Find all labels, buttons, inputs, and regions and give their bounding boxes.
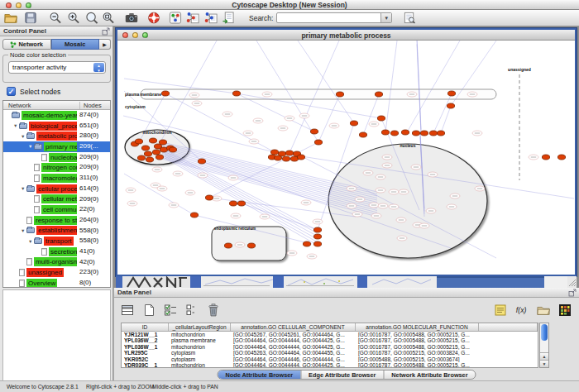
attribute-list-icon[interactable] bbox=[182, 302, 199, 318]
network-node[interactable] bbox=[189, 93, 199, 98]
network-node[interactable] bbox=[185, 190, 195, 195]
selected-network-node[interactable] bbox=[313, 234, 321, 239]
selected-network-node[interactable] bbox=[377, 116, 385, 121]
selected-network-node[interactable] bbox=[146, 157, 153, 162]
expand-arrow-icon[interactable]: ▼ bbox=[21, 228, 26, 233]
selected-network-node[interactable] bbox=[390, 131, 398, 136]
tab-mosaic[interactable]: Mosaic bbox=[51, 39, 100, 50]
network-view-frame[interactable]: primary metabolic process plasma membran… bbox=[116, 28, 577, 276]
selected-network-node[interactable] bbox=[375, 92, 382, 97]
import-attributes-icon[interactable] bbox=[535, 302, 552, 318]
search-input[interactable]: ▼ bbox=[276, 12, 392, 23]
notes-icon[interactable] bbox=[492, 302, 509, 318]
network-node[interactable] bbox=[313, 219, 323, 224]
selected-network-node[interactable] bbox=[135, 139, 142, 144]
tree-row[interactable]: cellular metabol209(0) bbox=[3, 194, 110, 205]
tab-overflow-button[interactable]: ▶ bbox=[99, 39, 111, 50]
selected-network-node[interactable] bbox=[224, 243, 232, 248]
float-data-panel-icon[interactable] bbox=[568, 289, 577, 297]
tree-row[interactable]: multi-organism pro42(0) bbox=[3, 257, 110, 268]
attribute-table-icon[interactable] bbox=[119, 302, 136, 318]
tab-network[interactable]: Network bbox=[2, 39, 51, 50]
selected-network-node[interactable] bbox=[314, 140, 322, 145]
network-node[interactable] bbox=[231, 213, 241, 218]
table-row[interactable]: YJR121W__1mitochondrion[GO:0045267, GO:0… bbox=[122, 332, 538, 337]
network-node[interactable] bbox=[475, 186, 485, 191]
network-node[interactable] bbox=[301, 200, 311, 205]
zoom-selected-icon[interactable] bbox=[84, 11, 99, 25]
network-node[interactable] bbox=[399, 189, 409, 194]
network-node[interactable] bbox=[376, 174, 385, 179]
selected-network-node[interactable] bbox=[169, 147, 176, 152]
tree-row[interactable]: nitrogen compo209(0) bbox=[3, 162, 110, 173]
network-node[interactable] bbox=[329, 123, 339, 128]
network-node[interactable] bbox=[447, 204, 457, 209]
combobox-stepper-icon[interactable]: ▲▼ bbox=[93, 63, 104, 72]
new-attribute-icon[interactable] bbox=[141, 302, 157, 318]
matrix-view-icon[interactable] bbox=[557, 302, 573, 318]
selected-network-node[interactable] bbox=[313, 227, 321, 232]
network-node[interactable] bbox=[472, 131, 482, 136]
network-node[interactable] bbox=[397, 236, 407, 241]
network-node[interactable] bbox=[347, 186, 356, 191]
network-node[interactable] bbox=[363, 170, 373, 175]
import-network-icon[interactable] bbox=[221, 11, 236, 25]
network-node[interactable] bbox=[369, 122, 379, 127]
zoom-fit-icon[interactable] bbox=[101, 11, 116, 25]
network-node[interactable] bbox=[355, 197, 365, 202]
selected-network-node[interactable] bbox=[205, 195, 213, 200]
selected-network-node[interactable] bbox=[401, 130, 409, 135]
tree-row[interactable]: Overview8(0) bbox=[3, 278, 110, 288]
network-node[interactable] bbox=[127, 201, 137, 206]
network-node[interactable] bbox=[278, 126, 288, 131]
table-row[interactable]: YPL036W__2plasma membrane[GO:0044464, GO… bbox=[122, 337, 538, 343]
selected-network-node[interactable] bbox=[198, 159, 205, 164]
network-node[interactable] bbox=[253, 118, 263, 123]
tree-row[interactable]: ▼primary metabo209(... bbox=[3, 141, 110, 152]
selected-network-node[interactable] bbox=[282, 156, 290, 161]
network-frame-titlebar[interactable]: primary metabolic process bbox=[117, 30, 575, 41]
selected-network-node[interactable] bbox=[232, 91, 240, 96]
network-node[interactable] bbox=[426, 208, 436, 213]
save-icon[interactable] bbox=[23, 11, 38, 25]
selected-network-node[interactable] bbox=[313, 241, 321, 246]
selected-network-node[interactable] bbox=[247, 243, 255, 248]
tree-row[interactable]: ▼establishment of lo558(0) bbox=[3, 226, 110, 237]
network-node[interactable] bbox=[428, 172, 438, 177]
network-node[interactable] bbox=[126, 188, 136, 193]
selected-network-node[interactable] bbox=[156, 155, 163, 160]
selected-network-node[interactable] bbox=[297, 155, 304, 160]
network-doc-red-icon[interactable] bbox=[203, 11, 218, 25]
scroll-up-icon[interactable]: ▲ bbox=[540, 352, 548, 360]
selected-network-node[interactable] bbox=[303, 241, 310, 246]
tree-row[interactable]: ▼metabolic process280(0) bbox=[3, 131, 110, 141]
tree-row[interactable]: ▼transport558(0) bbox=[3, 236, 110, 246]
table-row[interactable]: YDR039C__1mitochondrion[GO:0044464, GO:0… bbox=[122, 362, 538, 368]
expand-arrow-icon[interactable]: ▼ bbox=[13, 123, 19, 128]
network-node[interactable] bbox=[198, 173, 208, 178]
delete-attribute-icon[interactable] bbox=[205, 302, 222, 318]
tree-row[interactable]: macromolecule311(0) bbox=[3, 173, 110, 184]
selected-network-node[interactable] bbox=[141, 146, 149, 151]
table-column-header[interactable] bbox=[479, 323, 538, 331]
select-nodes-checkbox[interactable]: ✓ bbox=[7, 87, 16, 96]
tab-node-attribute-browser[interactable]: Node Attribute Browser bbox=[218, 370, 301, 379]
search-options-icon[interactable] bbox=[402, 11, 417, 25]
selected-network-node[interactable] bbox=[190, 213, 198, 218]
selected-network-node[interactable] bbox=[149, 138, 156, 143]
selected-network-node[interactable] bbox=[350, 121, 357, 126]
selected-network-node[interactable] bbox=[152, 150, 160, 155]
tree-row[interactable]: unassigned223(0) bbox=[3, 267, 110, 278]
network-node[interactable] bbox=[157, 186, 167, 191]
network-node[interactable] bbox=[450, 194, 460, 198]
selected-network-node[interactable] bbox=[359, 132, 366, 137]
network-node[interactable] bbox=[382, 163, 392, 168]
selected-network-node[interactable] bbox=[270, 150, 278, 155]
network-node[interactable] bbox=[169, 203, 179, 208]
selected-network-node[interactable] bbox=[437, 131, 444, 136]
table-column-header[interactable]: _cellularLayoutRegion bbox=[169, 323, 231, 331]
network-doc-blue-icon[interactable] bbox=[185, 11, 200, 25]
network-node[interactable] bbox=[396, 218, 406, 222]
open-folder-icon[interactable] bbox=[3, 11, 18, 25]
attribute-table[interactable]: ID_cellularLayoutRegionannotation.GO CEL… bbox=[121, 323, 538, 368]
